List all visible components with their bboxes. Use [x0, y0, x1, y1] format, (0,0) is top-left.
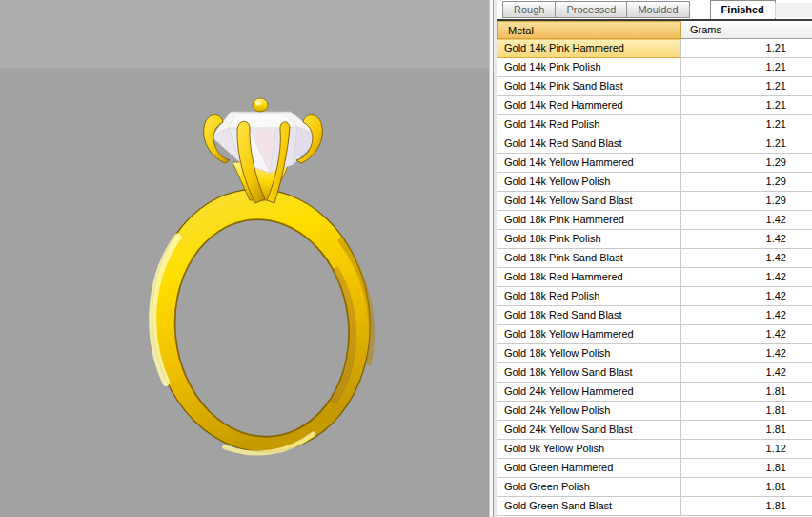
cell-grams: 1.42: [681, 306, 812, 325]
cell-metal: Gold 24k Yellow Polish: [497, 402, 681, 421]
cell-grams: 1.81: [681, 402, 812, 421]
cell-metal: Gold 24k Yellow Hammered: [497, 383, 681, 402]
table-row[interactable]: Gold 18k Red Polish1.42: [497, 287, 812, 306]
3d-viewport[interactable]: [0, 0, 489, 517]
table-row[interactable]: Gold 14k Pink Sand Blast1.21: [497, 77, 812, 96]
cell-metal: Gold 18k Yellow Polish: [497, 344, 681, 363]
panel-splitter[interactable]: [489, 0, 497, 517]
cell-metal: Gold 14k Red Polish: [497, 115, 681, 134]
table-row[interactable]: Gold 18k Red Hammered1.42: [497, 268, 812, 287]
table-row[interactable]: Gold Green Sand Blast1.81: [497, 497, 812, 516]
table-row[interactable]: Gold 18k Pink Polish1.42: [497, 230, 812, 249]
tab-rough[interactable]: Rough: [502, 1, 556, 18]
cell-metal: Gold 18k Yellow Hammered: [497, 325, 681, 344]
cell-metal: Gold 14k Red Sand Blast: [497, 134, 681, 154]
cell-metal: Gold Green Sand Blast: [497, 497, 681, 516]
cell-grams: 1.21: [681, 96, 812, 115]
cell-metal: Gold 14k Yellow Hammered: [497, 154, 681, 173]
table-row[interactable]: Gold 14k Yellow Hammered1.29: [497, 154, 812, 173]
cell-grams: 1.21: [681, 58, 812, 77]
table-row[interactable]: Gold Green Hammered1.81: [497, 459, 812, 478]
app-window: RoughProcessedMouldedFinished Metal Gram…: [0, 0, 812, 517]
cell-grams: 1.21: [681, 39, 812, 58]
cell-grams: 1.29: [681, 154, 812, 173]
cell-grams: 1.81: [681, 459, 812, 478]
table-row[interactable]: Gold 24k Yellow Sand Blast1.81: [497, 421, 812, 440]
table-row[interactable]: Gold 14k Red Polish1.21: [497, 115, 812, 134]
cell-metal: Gold 14k Pink Polish: [497, 58, 681, 77]
cell-metal: Gold 18k Red Polish: [497, 287, 681, 306]
cell-grams: 1.42: [681, 249, 812, 268]
cell-metal: Gold 18k Pink Sand Blast: [497, 249, 681, 268]
column-header-grams[interactable]: Grams: [681, 21, 812, 39]
cell-grams: 1.81: [681, 497, 812, 516]
cell-metal: Gold 14k Pink Hammered: [497, 39, 681, 58]
table-row[interactable]: Gold 18k Pink Sand Blast1.42: [497, 249, 812, 268]
cell-metal: Gold 18k Red Sand Blast: [497, 306, 681, 325]
cell-grams: 1.21: [681, 115, 812, 134]
ring-render: [0, 0, 489, 517]
table-row[interactable]: Gold 18k Yellow Polish1.42: [497, 344, 812, 363]
cell-grams: 1.42: [681, 230, 812, 249]
cell-grams: 1.42: [681, 325, 812, 344]
cell-grams: 1.42: [681, 268, 812, 287]
cell-metal: Gold Green Hammered: [497, 459, 681, 478]
cell-grams: 1.81: [681, 421, 812, 440]
cell-grams: 1.29: [681, 192, 812, 211]
table-row[interactable]: Gold 14k Pink Hammered1.21: [497, 39, 812, 58]
tab-processed[interactable]: Processed: [555, 1, 627, 18]
cell-metal: Gold 24k Yellow Sand Blast: [497, 421, 681, 440]
tab-bar: RoughProcessedMouldedFinished: [497, 0, 812, 19]
column-header-metal[interactable]: Metal: [497, 21, 681, 39]
cell-metal: Gold 9k Yellow Polish: [497, 440, 681, 459]
cell-metal: Gold 18k Yellow Sand Blast: [497, 363, 681, 383]
cell-grams: 1.81: [681, 383, 812, 402]
weights-panel: RoughProcessedMouldedFinished Metal Gram…: [497, 0, 812, 517]
table-body: Gold 14k Pink Hammered1.21Gold 14k Pink …: [497, 39, 812, 516]
cell-grams: 1.42: [681, 344, 812, 363]
table-row[interactable]: Gold 24k Yellow Hammered1.81: [497, 383, 812, 402]
cell-metal: Gold 18k Red Hammered: [497, 268, 681, 287]
table-row[interactable]: Gold Green Polish1.81: [497, 478, 812, 497]
weights-table: Metal Grams Gold 14k Pink Hammered1.21Go…: [497, 19, 812, 517]
tab-bar-filler: [775, 3, 812, 18]
cell-metal: Gold 14k Pink Sand Blast: [497, 77, 681, 96]
table-row[interactable]: Gold 14k Pink Polish1.21: [497, 58, 812, 77]
table-row[interactable]: Gold 14k Red Hammered1.21: [497, 96, 812, 115]
cell-metal: Gold Green Polish: [497, 478, 681, 497]
table-row[interactable]: Gold 18k Red Sand Blast1.42: [497, 306, 812, 325]
cell-metal: Gold 14k Yellow Polish: [497, 173, 681, 192]
tab-moulded[interactable]: Moulded: [626, 1, 689, 18]
table-row[interactable]: Gold 18k Pink Hammered1.42: [497, 211, 812, 230]
cell-metal: Gold 18k Pink Polish: [497, 230, 681, 249]
cell-grams: 1.29: [681, 173, 812, 192]
table-row[interactable]: Gold 24k Yellow Polish1.81: [497, 402, 812, 421]
table-row[interactable]: Gold 18k Yellow Sand Blast1.42: [497, 363, 812, 383]
cell-grams: 1.21: [681, 77, 812, 96]
table-row[interactable]: Gold 9k Yellow Polish1.12: [497, 440, 812, 459]
cell-grams: 1.81: [681, 478, 812, 497]
cell-grams: 1.42: [681, 211, 812, 230]
cell-grams: 1.42: [681, 363, 812, 383]
table-row[interactable]: Gold 18k Yellow Hammered1.42: [497, 325, 812, 344]
table-row[interactable]: Gold 14k Yellow Sand Blast1.29: [497, 192, 812, 211]
table-row[interactable]: Gold 14k Yellow Polish1.29: [497, 173, 812, 192]
cell-metal: Gold 14k Yellow Sand Blast: [497, 192, 681, 211]
tab-finished[interactable]: Finished: [710, 0, 776, 19]
table-header-row: Metal Grams: [497, 21, 812, 39]
cell-metal: Gold 18k Pink Hammered: [497, 211, 681, 230]
cell-grams: 1.21: [681, 134, 812, 154]
cell-grams: 1.12: [681, 440, 812, 459]
cell-metal: Gold 14k Red Hammered: [497, 96, 681, 115]
table-row[interactable]: Gold 14k Red Sand Blast1.21: [497, 134, 812, 154]
cell-grams: 1.42: [681, 287, 812, 306]
